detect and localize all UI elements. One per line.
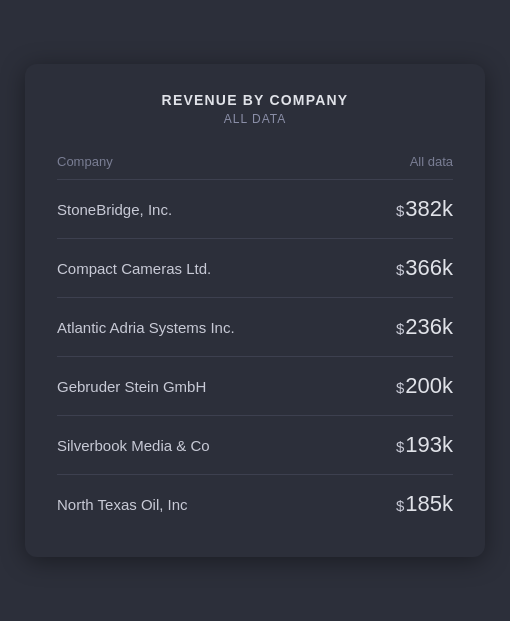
dollar-sign: $ [396,438,404,455]
company-name: Silverbook Media & Co [57,437,210,454]
table-row: North Texas Oil, Inc $185k [57,475,453,533]
revenue-card: REVENUE BY COMPANY ALL DATA Company All … [25,64,485,557]
table-row: Compact Cameras Ltd. $366k [57,239,453,298]
revenue-table: Company All data StoneBridge, Inc. $382k… [57,146,453,533]
table-row: Silverbook Media & Co $193k [57,416,453,475]
company-name: North Texas Oil, Inc [57,496,188,513]
company-value: $382k [396,196,453,222]
dollar-sign: $ [396,497,404,514]
table-row: Gebruder Stein GmbH $200k [57,357,453,416]
company-value: $193k [396,432,453,458]
card-title: REVENUE BY COMPANY [57,92,453,108]
company-value: $185k [396,491,453,517]
table-row: StoneBridge, Inc. $382k [57,180,453,239]
company-value: $236k [396,314,453,340]
col-company-header: Company [57,154,113,169]
company-value: $200k [396,373,453,399]
dollar-sign: $ [396,202,404,219]
col-value-header: All data [410,154,453,169]
dollar-sign: $ [396,261,404,278]
company-value: $366k [396,255,453,281]
table-row: Atlantic Adria Systems Inc. $236k [57,298,453,357]
company-name: Compact Cameras Ltd. [57,260,211,277]
card-subtitle: ALL DATA [57,112,453,126]
company-name: StoneBridge, Inc. [57,201,172,218]
table-body: StoneBridge, Inc. $382k Compact Cameras … [57,180,453,533]
card-header: REVENUE BY COMPANY ALL DATA [57,92,453,126]
company-name: Atlantic Adria Systems Inc. [57,319,235,336]
company-name: Gebruder Stein GmbH [57,378,206,395]
table-header: Company All data [57,146,453,180]
dollar-sign: $ [396,379,404,396]
dollar-sign: $ [396,320,404,337]
